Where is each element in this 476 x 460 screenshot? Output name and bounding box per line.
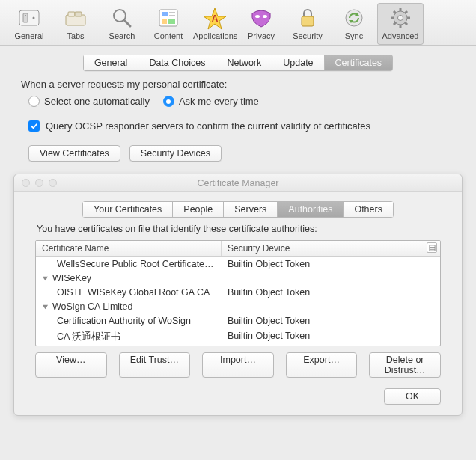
sheet-titlebar: Certificate Manager bbox=[14, 174, 462, 192]
advanced-tab-update[interactable]: Update bbox=[272, 55, 323, 71]
cert-manager-tabbar: Your Certificates People Servers Authori… bbox=[35, 201, 441, 218]
cm-tab-authorities[interactable]: Authorities bbox=[277, 201, 343, 218]
zoom-icon[interactable] bbox=[49, 179, 57, 187]
edit-trust-button[interactable]: Edit Trust… bbox=[119, 352, 191, 378]
svg-point-18 bbox=[263, 15, 267, 18]
svg-line-31 bbox=[405, 11, 407, 13]
svg-marker-37 bbox=[42, 304, 47, 308]
toolbar-label: Sync bbox=[332, 31, 376, 40]
svg-point-20 bbox=[346, 10, 362, 26]
radio-icon bbox=[28, 96, 40, 107]
toolbar-label: Security bbox=[286, 31, 329, 40]
svg-rect-6 bbox=[75, 12, 82, 16]
sheet-title: Certificate Manager bbox=[14, 178, 462, 188]
toolbar-label: Tabs bbox=[54, 31, 97, 40]
content-icon bbox=[156, 6, 180, 30]
col-certificate-name[interactable]: Certificate Name bbox=[36, 241, 222, 256]
svg-rect-5 bbox=[68, 12, 75, 16]
svg-rect-0 bbox=[19, 10, 39, 25]
advanced-tab-data-choices[interactable]: Data Choices bbox=[138, 55, 216, 71]
table-row[interactable]: Certification Authority of WoSign Builti… bbox=[36, 313, 440, 328]
toolbar-advanced[interactable]: Advanced bbox=[377, 3, 424, 45]
advanced-tab-certificates[interactable]: Certificates bbox=[324, 55, 394, 71]
cert-device: Builtin Object Token bbox=[222, 315, 440, 327]
preferences-toolbar: General Tabs Search Content A Applicatio… bbox=[0, 0, 476, 46]
toolbar-label: Search bbox=[100, 31, 144, 40]
svg-point-2 bbox=[25, 15, 26, 16]
svg-rect-13 bbox=[162, 19, 167, 24]
authorities-description: You have certificates on file that ident… bbox=[37, 224, 441, 234]
col-security-device[interactable]: Security Device bbox=[222, 241, 440, 256]
security-devices-button[interactable]: Security Devices bbox=[129, 145, 222, 162]
svg-line-29 bbox=[394, 11, 396, 13]
switch-icon bbox=[17, 6, 41, 30]
checkbox-icon bbox=[28, 120, 40, 132]
toolbar-tabs[interactable]: Tabs bbox=[52, 3, 99, 45]
svg-line-30 bbox=[405, 22, 407, 25]
cert-name: CA 沃通根证书 bbox=[36, 330, 222, 344]
cert-device: Builtin Object Token bbox=[222, 286, 440, 298]
table-group-row[interactable]: WISeKey bbox=[36, 272, 440, 285]
ocsp-label: Query OCSP responder servers to confirm … bbox=[46, 120, 370, 132]
view-button[interactable]: View… bbox=[35, 352, 107, 378]
advanced-tab-network[interactable]: Network bbox=[216, 55, 272, 71]
table-row[interactable]: WellsSecure Public Root Certificate … Bu… bbox=[36, 257, 440, 272]
lock-icon bbox=[296, 6, 320, 30]
sync-icon bbox=[342, 6, 366, 30]
import-button[interactable]: Import… bbox=[202, 352, 274, 378]
cm-tab-your-certificates[interactable]: Your Certificates bbox=[82, 201, 172, 218]
toolbar-label: Privacy bbox=[239, 31, 283, 40]
table-row[interactable]: CA 沃通根证书 Builtin Object Token bbox=[36, 328, 440, 346]
toolbar-label: Advanced bbox=[379, 31, 422, 40]
cm-tab-people[interactable]: People bbox=[172, 201, 223, 218]
toolbar-search[interactable]: Search bbox=[99, 3, 145, 45]
svg-line-8 bbox=[124, 20, 130, 26]
table-body: WellsSecure Public Root Certificate … Bu… bbox=[36, 257, 440, 346]
advanced-tab-general[interactable]: General bbox=[83, 55, 138, 71]
toolbar-privacy[interactable]: Privacy bbox=[238, 3, 284, 45]
tabs-icon bbox=[64, 6, 88, 30]
cert-device: Builtin Object Token bbox=[222, 258, 440, 270]
view-certificates-button[interactable]: View Certificates bbox=[28, 145, 120, 162]
radio-label: Ask me every time bbox=[179, 96, 259, 107]
toolbar-applications[interactable]: A Applications bbox=[192, 3, 238, 45]
table-group-row[interactable]: WoSign CA Limited bbox=[36, 300, 440, 313]
svg-point-24 bbox=[398, 16, 403, 21]
cert-device: Builtin Object Token bbox=[222, 330, 440, 344]
svg-text:A: A bbox=[212, 13, 219, 24]
personal-cert-heading: When a server requests my personal certi… bbox=[21, 79, 458, 90]
svg-rect-10 bbox=[162, 12, 168, 16]
cm-tab-servers[interactable]: Servers bbox=[223, 201, 277, 218]
gear-icon bbox=[388, 6, 412, 30]
table-row[interactable]: OISTE WISeKey Global Root GA CA Builtin … bbox=[36, 285, 440, 300]
svg-point-17 bbox=[255, 15, 260, 18]
table-header: Certificate Name Security Device bbox=[36, 241, 440, 257]
svg-rect-19 bbox=[302, 16, 314, 26]
ok-button[interactable]: OK bbox=[384, 388, 441, 405]
authorities-actions: View… Edit Trust… Import… Export… Delete… bbox=[35, 352, 441, 378]
radio-label: Select one automatically bbox=[44, 96, 150, 107]
cert-name: WellsSecure Public Root Certificate … bbox=[36, 258, 222, 270]
disclosure-triangle-icon[interactable] bbox=[40, 302, 49, 311]
close-icon[interactable] bbox=[22, 179, 30, 187]
radio-select-automatically[interactable]: Select one automatically bbox=[28, 96, 150, 107]
toolbar-content[interactable]: Content bbox=[145, 3, 192, 45]
delete-distrust-button[interactable]: Delete or Distrust… bbox=[369, 352, 441, 378]
minimize-icon[interactable] bbox=[35, 179, 43, 187]
cert-name: Certification Authority of WoSign bbox=[36, 315, 222, 327]
toolbar-sync[interactable]: Sync bbox=[331, 3, 377, 45]
cm-tab-others[interactable]: Others bbox=[343, 201, 394, 218]
advanced-tabbar: General Data Choices Network Update Cert… bbox=[0, 55, 476, 71]
radio-ask-every-time[interactable]: Ask me every time bbox=[163, 96, 259, 107]
svg-rect-14 bbox=[168, 19, 175, 24]
certificates-panel: When a server requests my personal certi… bbox=[0, 79, 476, 162]
column-picker-icon[interactable] bbox=[427, 242, 437, 253]
mask-icon bbox=[249, 6, 273, 30]
toolbar-general[interactable]: General bbox=[6, 3, 52, 45]
disclosure-triangle-icon[interactable] bbox=[40, 274, 49, 283]
toolbar-security[interactable]: Security bbox=[284, 3, 331, 45]
export-button[interactable]: Export… bbox=[286, 352, 358, 378]
toolbar-label: Content bbox=[147, 31, 190, 40]
ocsp-checkbox[interactable]: Query OCSP responder servers to confirm … bbox=[28, 120, 458, 132]
toolbar-label: General bbox=[7, 31, 51, 40]
